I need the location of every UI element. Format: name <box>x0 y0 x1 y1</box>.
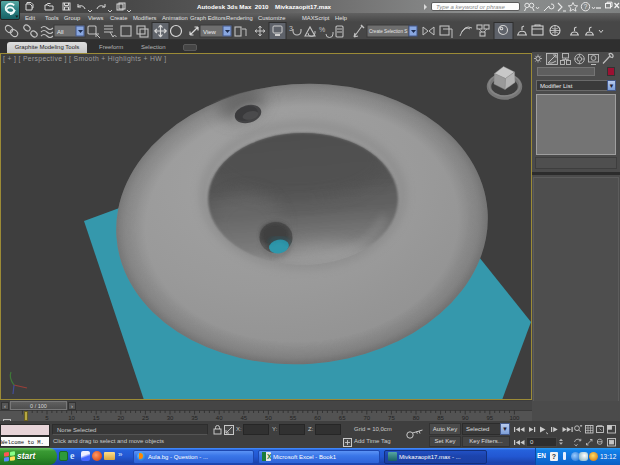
svg-text:25: 25 <box>142 415 149 421</box>
svg-text:95: 95 <box>486 415 493 421</box>
svg-text:%: % <box>319 26 325 33</box>
svg-text:80: 80 <box>413 415 420 421</box>
svg-text:65: 65 <box>339 415 346 421</box>
svg-text:45: 45 <box>240 415 247 421</box>
svg-text:100: 100 <box>509 415 520 421</box>
svg-text:60: 60 <box>314 415 321 421</box>
svg-text:90: 90 <box>462 415 469 421</box>
svg-text:All: All <box>57 29 64 35</box>
svg-text:30: 30 <box>167 415 174 421</box>
svg-text:5: 5 <box>45 415 49 421</box>
svg-text:85: 85 <box>437 415 444 421</box>
svg-text:10: 10 <box>68 415 75 421</box>
svg-text:35: 35 <box>191 415 198 421</box>
svg-text:75: 75 <box>388 415 395 421</box>
svg-text:View: View <box>203 29 217 35</box>
svg-text:40: 40 <box>216 415 223 421</box>
svg-text:20: 20 <box>117 415 124 421</box>
svg-text:3: 3 <box>289 25 293 32</box>
svg-text:70: 70 <box>363 415 370 421</box>
svg-text:55: 55 <box>290 415 297 421</box>
svg-text:50: 50 <box>265 415 272 421</box>
svg-text:15: 15 <box>93 415 100 421</box>
svg-text:?: ? <box>584 3 588 10</box>
svg-text:Create Selection S: Create Selection S <box>369 29 407 34</box>
